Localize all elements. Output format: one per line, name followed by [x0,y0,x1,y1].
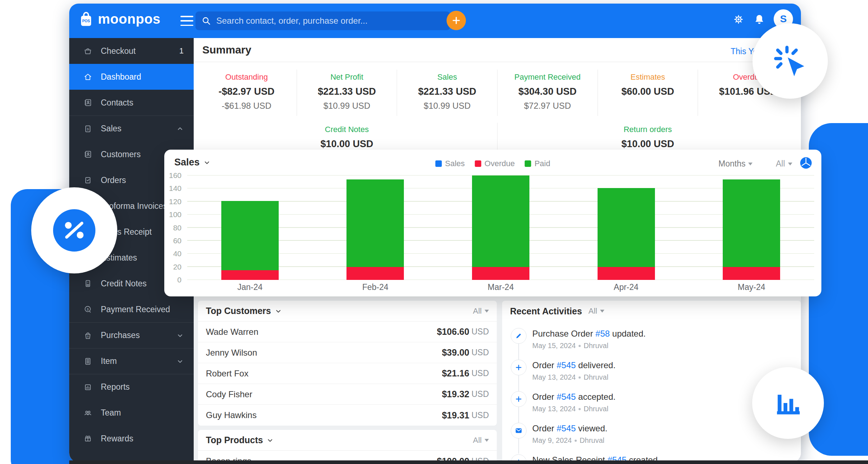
chart-filter-selector[interactable]: All [776,159,792,169]
customer-row[interactable]: Guy Hawkins $19.31 USD [198,405,497,426]
top-customers-filter[interactable]: All [473,306,489,316]
y-tick-label: 100 [169,210,181,219]
customer-row[interactable]: Jenny Wilson $39.00 USD [198,342,497,363]
recent-activities-card: Recent Activities All Purchase Order #58… [502,301,801,462]
sidebar-item-item[interactable]: Item [69,348,194,374]
bar-chart-icon [771,386,805,420]
activity-item[interactable]: Purchase Order #58 updated. May 15, 2024… [502,324,801,355]
sidebar-item-label: Team [101,408,121,418]
sidebar-item-label: Rewards [101,434,133,444]
stat-sales: Sales $221.33 USD $10.99 USD [397,70,497,116]
top-products-filter[interactable]: All [473,436,489,445]
sidebar-item-label: Orders [101,175,126,185]
overdue-segment [346,267,404,280]
legend-swatch [435,160,442,167]
search-input[interactable] [216,16,444,26]
order-link[interactable]: #545 [557,423,576,433]
mail-icon [511,423,527,439]
cursor-click-icon [770,41,810,81]
legend-item-paid[interactable]: Paid [525,159,550,168]
brand-name: moonpos [98,11,160,27]
chart-title[interactable]: Sales [174,157,211,168]
customer-row[interactable]: Cody Fisher $19.32 USD [198,384,497,405]
dot-separator [579,408,581,410]
y-tick-label: 60 [173,236,181,245]
order-link[interactable]: #545 [557,392,576,402]
chart-yaxis: 020406080100120140160 [166,175,184,280]
payment-dollar-icon: $ [83,304,93,314]
reports-chart-icon [83,382,93,392]
top-products-title: Top Products [206,435,274,445]
sidebar-item-payment-received[interactable]: $ Payment Received [69,296,194,322]
y-tick-label: 0 [177,276,181,284]
customer-row[interactable]: Wade Warren $106.60 USD [198,322,497,342]
y-tick-label: 120 [169,197,181,206]
top-customers-card: Top Customers All Wade Warren $106.60 US… [198,301,497,426]
activities-filter[interactable]: All [589,306,604,316]
svg-text:$: $ [87,127,89,131]
contacts-book-icon [83,98,93,108]
add-new-button[interactable] [447,11,466,30]
customer-row[interactable]: Robert Fox $21.16 USD [198,363,497,384]
paid-segment [346,179,404,267]
bottom-edge-strip [69,460,868,464]
order-link[interactable]: #58 [595,329,610,338]
click-badge [753,23,828,99]
discount-badge [31,187,117,273]
notifications-bell-icon[interactable] [753,13,766,26]
recent-activities-header: Recent Activities All [502,301,801,322]
home-icon [83,72,93,82]
sidebar-item-reports[interactable]: Reports [69,374,194,400]
chart-type-pie-icon[interactable] [799,156,813,170]
page: POS moonpos [0,0,868,464]
sidebar-item-rewards[interactable]: Rewards [69,426,194,451]
bar-Jan-24 [221,175,279,280]
plus-icon [511,391,527,407]
sales-note-icon: $ [83,124,93,134]
stat-estimates: Estimates $60.00 USD [598,70,698,116]
avatar-initial: S [780,13,787,25]
activity-item[interactable]: Order #545 viewed. May 9, 2024Dhruval [502,418,801,450]
y-tick-label: 160 [169,171,181,180]
global-search[interactable] [195,11,450,30]
credit-note-icon: c [83,278,93,289]
y-tick-label: 80 [173,224,181,232]
sidebar-item-team[interactable]: Team [69,400,194,426]
sidebar-item-sales[interactable]: $ Sales [69,116,194,141]
sidebar-item-label: Reports [101,382,130,392]
chart-interval-selector[interactable]: Months [718,159,753,169]
chart-plot [187,175,814,280]
y-tick-label: 40 [173,249,181,258]
analytics-badge [752,367,824,439]
dropdown-arrow-icon [748,163,753,165]
bar-Feb-24 [346,175,404,280]
sidebar-item-label: Credit Notes [101,279,147,289]
sidebar-item-dashboard[interactable]: Dashboard [69,64,194,90]
orders-clipboard-icon [83,175,93,185]
bar-Mar-24 [472,175,529,280]
legend-label: Paid [534,159,550,168]
top-products-card: Top Products All Bacon rings $100.00 USD [198,430,497,462]
activity-item[interactable]: Order #545 delivered. May 13, 2024Dhruva… [502,355,801,387]
checkout-count-badge: 1 [179,46,184,56]
paid-segment [598,188,655,267]
chevron-down-icon[interactable] [275,308,282,315]
chevron-down-icon[interactable] [266,437,274,444]
y-tick-label: 140 [169,184,181,193]
x-tick-label: Apr-24 [614,282,638,292]
brand-logo[interactable]: POS moonpos [79,11,160,27]
summary-stats-row: Outstanding -$82.97 USD -$61.98 USD Net … [197,70,798,116]
stat-net-profit: Net Profit $221.33 USD $10.99 USD [297,70,397,116]
sidebar-item-contacts[interactable]: Contacts [69,90,194,116]
settings-gear-icon[interactable] [732,13,745,26]
paid-segment [472,175,529,267]
order-link[interactable]: #545 [557,360,576,370]
menu-toggle-icon[interactable] [180,16,193,26]
sidebar-item-checkout[interactable]: Checkout 1 [69,38,194,64]
sidebar-item-purchases[interactable]: $ Purchases [69,322,194,348]
overdue-segment [472,267,529,280]
legend-swatch [525,160,531,167]
legend-item-sales[interactable]: Sales [435,159,465,168]
legend-item-overdue[interactable]: Overdue [475,159,515,168]
dropdown-arrow-icon [600,310,604,313]
